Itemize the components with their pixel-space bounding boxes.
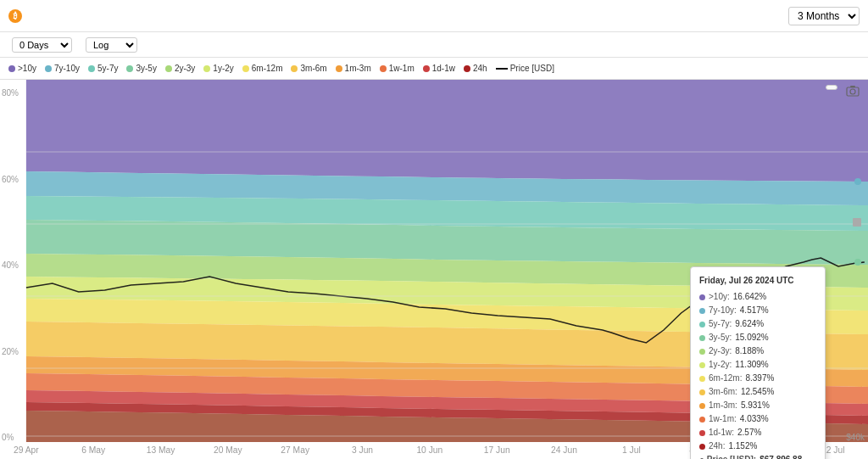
legend-label-1w1m: 1w-1m — [389, 64, 415, 73]
legend-item-3m6m[interactable]: 3m-6m — [291, 64, 326, 73]
tooltip-value-2: 9.624% — [735, 317, 764, 331]
top-bar-right: 3 Months 6 Months 1 Year All — [766, 7, 860, 25]
tooltip-row-4: 2y-3y:8.188% — [699, 344, 816, 358]
sma-group: 0 Days 7 Days 30 Days — [8, 37, 72, 53]
legend-item-7y10y[interactable]: 7y-10y — [45, 64, 80, 73]
tooltip-value-7: 12.545% — [741, 385, 774, 399]
tooltip-label-11: 24h: — [709, 439, 725, 453]
tooltip-row-2: 5y-7y:9.624% — [699, 317, 816, 331]
tooltip-row-11: 24h:1.152% — [699, 439, 816, 453]
tooltip-row-7: 3m-6m:12.545% — [699, 385, 816, 399]
svg-text:10 Jun: 10 Jun — [416, 445, 442, 455]
legend-item-3y5y[interactable]: 3y-5y — [126, 64, 156, 73]
legend-item-1d1w[interactable]: 1d-1w — [423, 64, 455, 73]
legend-label-3y5y: 3y-5y — [136, 64, 156, 73]
chart-container: 80% 60% 40% 20% 0% — [0, 80, 868, 459]
tooltip-value-12: $67,896.88 — [760, 453, 802, 459]
page-title: ₿ — [8, 9, 27, 23]
svg-text:17 Jun: 17 Jun — [484, 445, 510, 455]
tooltip-label-4: 2y-3y: — [709, 344, 732, 358]
legend-label-2y3y: 2y-3y — [175, 64, 195, 73]
legend-item-2y3y[interactable]: 2y-3y — [165, 64, 195, 73]
tooltip-value-1: 4.517% — [740, 304, 769, 317]
tooltip-row-8: 1m-3m:5.931% — [699, 399, 816, 412]
tooltip-value-11: 1.152% — [728, 439, 757, 453]
tooltip-row-0: >10y:16.642% — [699, 290, 816, 304]
legend-label-3m6m: 3m-6m — [300, 64, 326, 73]
tooltip-value-9: 4.033% — [740, 412, 769, 426]
tooltip-value-10: 2.57% — [737, 426, 761, 439]
legend-label-6m12m: 6m-12m — [252, 64, 283, 73]
legend-label-1m3m: 1m-3m — [345, 64, 371, 73]
tooltip: Friday, Jul 26 2024 UTC>10y:16.642%7y-10… — [690, 266, 826, 459]
price-scale-label: $40k — [846, 433, 865, 442]
tooltip-label-9: 1w-1m: — [709, 412, 737, 426]
legend-item-6m12m[interactable]: 6m-12m — [242, 64, 283, 73]
legend-item-gt10y[interactable]: >10y — [8, 64, 36, 73]
tooltip-label-8: 1m-3m: — [709, 399, 737, 412]
tooltip-value-0: 16.642% — [733, 290, 766, 304]
tooltip-label-2: 5y-7y: — [709, 317, 732, 331]
legend-label-price: Price [USD] — [510, 64, 554, 73]
zoom-select[interactable]: 3 Months 6 Months 1 Year All — [788, 7, 860, 25]
tooltip-row-3: 3y-5y:15.092% — [699, 331, 816, 344]
tooltip-row-9: 1w-1m:4.033% — [699, 412, 816, 426]
legend-label-gt10y: >10y — [18, 64, 36, 73]
tooltip-value-5: 11.309% — [735, 358, 768, 372]
legend-label-1d1w: 1d-1w — [432, 64, 455, 73]
legend-label-24h: 24h — [473, 64, 487, 73]
reset-zoom-button[interactable] — [826, 85, 837, 90]
svg-text:29 Apr: 29 Apr — [14, 445, 39, 455]
zoom-section: 3 Months 6 Months 1 Year All — [785, 7, 860, 25]
svg-text:20 May: 20 May — [214, 445, 243, 455]
legend-item-1m3m[interactable]: 1m-3m — [336, 64, 371, 73]
legend-bar: >10y7y-10y5y-7y3y-5y2y-3y1y-2y6m-12m3m-6… — [0, 58, 868, 80]
tooltip-row-10: 1d-1w:2.57% — [699, 426, 816, 439]
btc-icon: ₿ — [8, 9, 22, 23]
top-bar: ₿ 3 Months 6 Months 1 Year All — [0, 0, 868, 32]
tooltip-row-1: 7y-10y:4.517% — [699, 304, 816, 317]
scale-select[interactable]: Log Linear — [86, 37, 137, 53]
right-scale: $40k — [846, 80, 865, 459]
tooltip-title: Friday, Jul 26 2024 UTC — [699, 274, 816, 288]
legend-item-1y2y[interactable]: 1y-2y — [203, 64, 233, 73]
svg-text:1 Jul: 1 Jul — [622, 445, 641, 455]
tooltip-row-12: ● Price [USD]:$67,896.88 — [699, 453, 816, 459]
tooltip-label-0: >10y: — [709, 290, 730, 304]
tooltip-row-5: 1y-2y:11.309% — [699, 358, 816, 372]
tooltip-label-10: 1d-1w: — [709, 426, 734, 439]
legend-item-24h[interactable]: 24h — [464, 64, 487, 73]
tooltip-label-1: 7y-10y: — [709, 304, 737, 317]
svg-text:13 May: 13 May — [147, 445, 176, 455]
chart-area: 80% 60% 40% 20% 0% — [0, 80, 868, 459]
legend-item-1w1m[interactable]: 1w-1m — [380, 64, 415, 73]
legend-label-5y7y: 5y-7y — [97, 64, 118, 73]
tooltip-row-6: 6m-12m:8.397% — [699, 372, 816, 385]
tooltip-label-5: 1y-2y: — [709, 358, 732, 372]
svg-text:3 Jun: 3 Jun — [352, 445, 373, 455]
legend-item-price[interactable]: Price [USD] — [496, 64, 554, 73]
legend-label-1y2y: 1y-2y — [213, 64, 233, 73]
controls-bar: 0 Days 7 Days 30 Days Log Linear — [0, 32, 868, 58]
tooltip-value-3: 15.092% — [735, 331, 768, 344]
sma-select[interactable]: 0 Days 7 Days 30 Days — [12, 37, 72, 53]
tooltip-value-6: 8.397% — [745, 372, 774, 385]
tooltip-label-12: ● Price [USD]: — [699, 453, 756, 459]
tooltip-label-7: 3m-6m: — [709, 385, 737, 399]
svg-text:27 May: 27 May — [281, 445, 310, 455]
scale-group: Log Linear — [82, 37, 137, 53]
legend-item-5y7y[interactable]: 5y-7y — [88, 64, 118, 73]
svg-text:6 May: 6 May — [81, 445, 106, 455]
legend-label-7y10y: 7y-10y — [54, 64, 80, 73]
tooltip-value-4: 8.188% — [735, 344, 764, 358]
top-bar-left: ₿ — [8, 9, 27, 23]
svg-text:24 Jun: 24 Jun — [551, 445, 577, 455]
tooltip-label-6: 6m-12m: — [709, 372, 742, 385]
tooltip-value-8: 5.931% — [741, 399, 770, 412]
tooltip-label-3: 3y-5y: — [709, 331, 732, 344]
